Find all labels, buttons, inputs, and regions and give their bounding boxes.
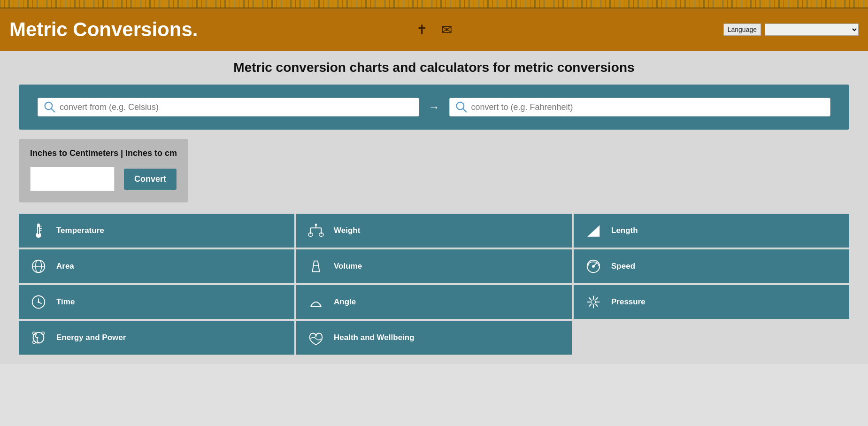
category-volume[interactable]: Volume	[296, 249, 572, 283]
ruler-top	[0, 0, 868, 8]
arrow-icon: →	[429, 101, 440, 114]
svg-point-16	[315, 224, 317, 226]
convert-from-input[interactable]	[60, 102, 413, 112]
category-energy[interactable]: Energy and Power	[19, 321, 294, 355]
category-angle[interactable]: Angle	[296, 285, 572, 319]
language-selector-area: Language	[723, 23, 859, 36]
converter-controls: Convert	[30, 167, 177, 191]
weight-icon	[306, 220, 326, 241]
svg-line-25	[593, 263, 597, 266]
main-content: Metric conversion charts and calculators…	[0, 51, 868, 364]
angle-label: Angle	[334, 297, 356, 307]
header-icons: ✝ ✉	[416, 22, 452, 38]
volume-label: Volume	[334, 262, 362, 271]
category-grid: Temperature Weight	[19, 214, 849, 355]
time-icon	[28, 292, 49, 312]
temperature-icon	[28, 220, 49, 241]
svg-line-3	[463, 108, 466, 112]
svg-marker-17	[587, 225, 600, 237]
health-icon	[306, 327, 326, 348]
category-area[interactable]: Area	[19, 249, 294, 283]
svg-line-1	[51, 108, 54, 112]
convert-button[interactable]: Convert	[124, 169, 177, 190]
search-to-icon	[455, 101, 468, 113]
search-from-icon	[44, 101, 56, 113]
svg-rect-6	[38, 227, 39, 234]
health-label: Health and Wellbeing	[334, 333, 415, 342]
length-label: Length	[611, 226, 638, 235]
length-icon	[583, 220, 604, 241]
volume-icon	[306, 256, 326, 277]
speed-icon	[583, 256, 604, 277]
converter-title: Inches to Centimeters | inches to cm	[30, 148, 177, 158]
category-temperature[interactable]: Temperature	[19, 214, 294, 248]
page-heading: Metric conversion charts and calculators…	[19, 60, 849, 75]
weight-label: Weight	[334, 226, 360, 235]
energy-icon	[28, 327, 49, 348]
convert-to-wrap	[449, 98, 831, 116]
time-label: Time	[56, 297, 75, 307]
convert-from-wrap	[38, 98, 419, 116]
quick-converter-box: Inches to Centimeters | inches to cm Con…	[19, 139, 188, 202]
category-health[interactable]: Health and Wellbeing	[296, 321, 572, 355]
language-select[interactable]	[765, 23, 859, 36]
category-length[interactable]: Length	[574, 214, 849, 248]
header: Metric Conversions. ✝ ✉ Language	[0, 8, 868, 51]
converter-input[interactable]	[30, 167, 115, 191]
energy-label: Energy and Power	[56, 333, 126, 342]
convert-to-input[interactable]	[471, 102, 825, 112]
cross-icon[interactable]: ✝	[416, 22, 427, 38]
mail-icon[interactable]: ✉	[441, 22, 452, 38]
category-weight[interactable]: Weight	[296, 214, 572, 248]
svg-point-29	[38, 301, 39, 303]
angle-icon	[306, 292, 326, 312]
svg-line-35	[589, 298, 591, 300]
svg-point-39	[591, 300, 596, 304]
area-icon	[28, 256, 49, 277]
pressure-icon	[583, 292, 604, 312]
temperature-label: Temperature	[56, 226, 104, 235]
category-speed[interactable]: Speed	[574, 249, 849, 283]
area-label: Area	[56, 262, 74, 271]
language-label: Language	[723, 23, 761, 36]
pressure-label: Pressure	[611, 297, 645, 307]
svg-line-36	[596, 304, 598, 307]
svg-line-38	[589, 304, 591, 307]
category-pressure[interactable]: Pressure	[574, 285, 849, 319]
speed-label: Speed	[611, 262, 635, 271]
svg-line-37	[596, 298, 598, 300]
site-title: Metric Conversions.	[9, 18, 198, 41]
category-time[interactable]: Time	[19, 285, 294, 319]
search-panel: →	[19, 85, 849, 130]
